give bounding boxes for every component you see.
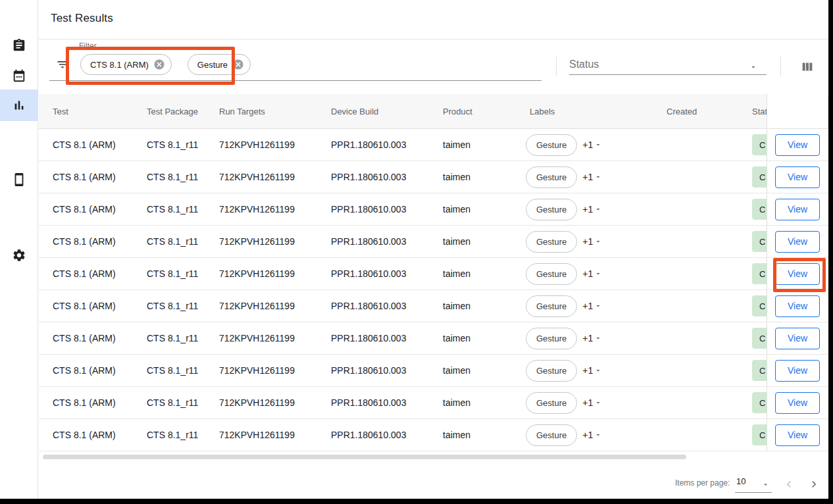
cell-product: taimen: [443, 204, 530, 214]
divider: [780, 57, 781, 76]
cell-test-package: CTS 8.1_r11: [147, 172, 219, 182]
cell-test-package: CTS 8.1_r11: [147, 268, 219, 279]
view-button[interactable]: View: [775, 263, 820, 285]
sidebar-item-test-results[interactable]: [0, 89, 38, 121]
chip-remove-icon[interactable]: [232, 59, 244, 70]
cell-run-targets: 712KPVH1261199: [219, 397, 331, 408]
cell-status: C: [751, 392, 767, 413]
cell-status: C: [751, 166, 767, 188]
more-labels-dropdown[interactable]: +1: [582, 430, 602, 440]
cell-labels: Gesture +1: [530, 328, 667, 349]
view-button[interactable]: View: [775, 360, 820, 382]
more-labels-dropdown[interactable]: +1: [582, 365, 602, 376]
table-row: CTS 8.1 (ARM) CTS 8.1_r11 712KPVH1261199…: [39, 355, 828, 387]
horizontal-scrollbar[interactable]: [43, 455, 686, 459]
view-button[interactable]: View: [775, 199, 820, 220]
cell-product: taimen: [443, 333, 530, 343]
cell-status: C: [751, 328, 767, 349]
cell-test: CTS 8.1 (ARM): [53, 204, 147, 214]
dropdown-arrow-icon: [594, 302, 602, 310]
cell-actions: View: [767, 161, 828, 193]
status-chip: C: [752, 295, 767, 316]
more-labels-dropdown[interactable]: +1: [582, 172, 602, 182]
filter-input-underline[interactable]: [49, 80, 542, 81]
column-header-actions: [767, 94, 828, 128]
table-row: CTS 8.1 (ARM) CTS 8.1_r11 712KPVH1261199…: [39, 193, 828, 226]
cell-test: CTS 8.1 (ARM): [53, 397, 147, 408]
view-button[interactable]: View: [775, 166, 820, 188]
chip-remove-icon[interactable]: [153, 59, 165, 70]
cell-device-build: PPR1.180610.003: [331, 204, 443, 214]
more-labels-dropdown[interactable]: +1: [582, 397, 602, 408]
more-labels-count: +1: [582, 172, 593, 182]
cell-labels: Gesture +1: [530, 199, 667, 220]
sidebar-item-schedule[interactable]: [0, 60, 38, 91]
more-labels-dropdown[interactable]: +1: [582, 301, 602, 311]
cell-actions: View: [767, 322, 828, 354]
column-header-device-build: Device Build: [331, 107, 443, 116]
view-columns-icon[interactable]: [800, 60, 815, 77]
status-filter-select[interactable]: Status: [569, 57, 767, 75]
divider: [556, 57, 557, 76]
cell-device-build: PPR1.180610.003: [331, 172, 443, 182]
more-labels-dropdown[interactable]: +1: [582, 139, 602, 150]
bar-chart-icon: [12, 98, 26, 113]
chevron-right-icon: [807, 478, 820, 491]
more-labels-count: +1: [582, 365, 593, 376]
view-button[interactable]: View: [775, 392, 820, 414]
cell-labels: Gesture +1: [530, 134, 667, 156]
cell-test-package: CTS 8.1_r11: [147, 301, 219, 311]
view-button[interactable]: View: [775, 424, 820, 446]
gear-icon: [12, 248, 26, 263]
cell-status: C: [751, 424, 767, 445]
filter-bar: Filter CTS 8.1 (ARM) Gesture Status: [39, 39, 828, 94]
app-window: Test Results Filter CTS 8.1 (ARM) Gestur…: [0, 0, 828, 499]
table-row: CTS 8.1 (ARM) CTS 8.1_r11 712KPVH1261199…: [39, 290, 828, 322]
column-header-product: Product: [443, 107, 530, 116]
table-row: CTS 8.1 (ARM) CTS 8.1_r11 712KPVH1261199…: [39, 226, 828, 258]
filter-field-label: Filter: [79, 41, 97, 51]
cell-run-targets: 712KPVH1261199: [219, 430, 331, 440]
cell-run-targets: 712KPVH1261199: [219, 236, 331, 247]
sidebar-item-devices[interactable]: [0, 164, 38, 195]
filter-list-icon[interactable]: [56, 58, 69, 74]
cell-test-package: CTS 8.1_r11: [147, 236, 219, 247]
more-labels-count: +1: [582, 333, 593, 343]
more-labels-count: +1: [582, 139, 593, 150]
page-title: Test Results: [51, 12, 113, 25]
filter-chip-gesture[interactable]: Gesture: [188, 54, 251, 75]
more-labels-dropdown[interactable]: +1: [582, 333, 602, 343]
cell-labels: Gesture +1: [530, 360, 667, 382]
label-chip: Gesture: [526, 231, 577, 253]
status-chip: C: [752, 424, 767, 445]
filter-chip-label: Gesture: [197, 60, 228, 70]
sidebar-item-test-plans[interactable]: [0, 30, 38, 61]
view-button[interactable]: View: [775, 231, 820, 253]
view-button[interactable]: View: [775, 295, 820, 317]
more-labels-dropdown[interactable]: +1: [582, 236, 602, 247]
cell-actions: View: [767, 226, 828, 257]
items-per-page-label: Items per page:: [675, 478, 730, 488]
cell-labels: Gesture +1: [530, 166, 667, 188]
column-header-created: Created: [667, 107, 751, 116]
view-button[interactable]: View: [775, 134, 820, 156]
filter-chip-cts[interactable]: CTS 8.1 (ARM): [80, 54, 172, 75]
status-chip: C: [752, 199, 767, 220]
label-chip: Gesture: [526, 360, 577, 382]
more-labels-dropdown[interactable]: +1: [582, 268, 602, 279]
items-per-page-value: 10: [736, 476, 745, 486]
more-labels-dropdown[interactable]: +1: [582, 204, 602, 214]
cell-actions: View: [767, 193, 828, 225]
column-header-test-package: Test Package: [147, 107, 219, 116]
previous-page-button: [780, 476, 797, 493]
cell-test-package: CTS 8.1_r11: [147, 204, 219, 214]
items-per-page-select[interactable]: 10: [735, 475, 772, 493]
dropdown-arrow-icon: [594, 431, 602, 439]
cell-run-targets: 712KPVH1261199: [219, 172, 331, 182]
sidebar-item-settings[interactable]: [0, 239, 38, 271]
dropdown-arrow-icon: [594, 334, 602, 342]
cell-status: C: [751, 134, 767, 155]
next-page-button[interactable]: [805, 476, 822, 493]
view-button[interactable]: View: [775, 328, 820, 349]
cell-device-build: PPR1.180610.003: [331, 236, 443, 247]
